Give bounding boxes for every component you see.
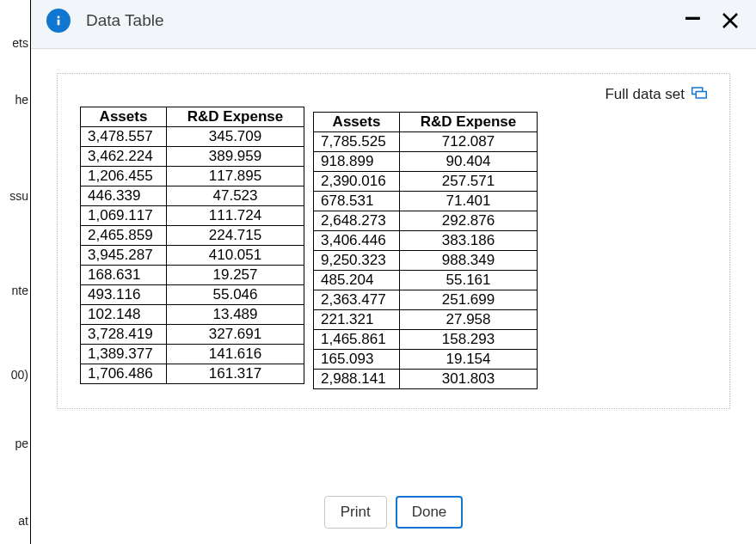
cell-assets: 221.321 xyxy=(314,310,400,330)
cell-rd-expense: 410.051 xyxy=(167,246,304,266)
table-row: 1,206.455117.895 xyxy=(81,167,304,186)
bg-fragment: at xyxy=(18,514,28,528)
cell-assets: 102.148 xyxy=(81,305,167,325)
cell-rd-expense: 111.724 xyxy=(167,206,304,226)
table-row: 102.14813.489 xyxy=(81,305,304,325)
table-row: 2,390.016257.571 xyxy=(314,172,538,192)
dialog-content: Full data set Assets R&D Expense xyxy=(31,49,756,491)
cell-assets: 1,706.486 xyxy=(81,364,167,384)
cell-rd-expense: 71.401 xyxy=(400,192,538,211)
cell-assets: 2,465.859 xyxy=(81,226,167,246)
cell-assets: 165.093 xyxy=(314,350,400,370)
cell-rd-expense: 389.959 xyxy=(167,147,304,167)
bg-fragment: nte xyxy=(12,284,28,297)
header-assets: Assets xyxy=(314,113,400,132)
table-row: 3,728.419327.691 xyxy=(81,325,304,345)
table-row: 2,988.141301.803 xyxy=(314,370,538,389)
table-row: 1,069.117111.724 xyxy=(81,206,304,226)
table-row: 168.63119.257 xyxy=(81,266,304,285)
table-row: 2,363.477251.699 xyxy=(314,290,538,310)
cell-rd-expense: 55.161 xyxy=(400,271,538,290)
table-row: 221.32127.958 xyxy=(314,310,538,330)
cell-assets: 3,945.287 xyxy=(81,246,167,266)
data-table-dialog: Data Table – Full data set xyxy=(30,0,756,544)
cell-rd-expense: 19.257 xyxy=(167,266,304,285)
table-row: 1,389.377141.616 xyxy=(81,345,304,364)
cell-assets: 7,785.525 xyxy=(314,132,400,152)
cell-assets: 1,206.455 xyxy=(81,167,167,186)
cell-assets: 2,988.141 xyxy=(314,370,400,389)
cell-assets: 1,389.377 xyxy=(81,345,167,364)
bg-fragment: ets xyxy=(12,36,28,50)
cell-rd-expense: 292.876 xyxy=(400,211,538,231)
cell-rd-expense: 117.895 xyxy=(167,167,304,186)
table-row: 485.20455.161 xyxy=(314,271,538,290)
done-button[interactable]: Done xyxy=(396,496,464,529)
cell-assets: 2,648.273 xyxy=(314,211,400,231)
header-rd-expense: R&D Expense xyxy=(167,107,304,127)
cell-rd-expense: 257.571 xyxy=(400,172,538,192)
cell-rd-expense: 158.293 xyxy=(400,330,538,350)
table-header-row: Assets R&D Expense xyxy=(81,107,304,127)
data-table-left: Assets R&D Expense 3,478.557345.7093,462… xyxy=(80,107,304,384)
print-button[interactable]: Print xyxy=(324,496,387,529)
table-row: 1,706.486161.317 xyxy=(81,364,304,384)
table-row: 3,478.557345.709 xyxy=(81,127,304,147)
cell-assets: 493.116 xyxy=(81,285,167,305)
cell-assets: 2,390.016 xyxy=(314,172,400,192)
cell-assets: 3,462.224 xyxy=(81,147,167,167)
table-row: 678.53171.401 xyxy=(314,192,538,211)
table-row: 7,785.525712.087 xyxy=(314,132,538,152)
cell-assets: 1,069.117 xyxy=(81,206,167,226)
cell-rd-expense: 251.699 xyxy=(400,290,538,310)
cell-assets: 2,363.477 xyxy=(314,290,400,310)
cell-rd-expense: 47.523 xyxy=(167,186,304,206)
cell-rd-expense: 383.186 xyxy=(400,231,538,251)
dialog-footer: Print Done xyxy=(31,491,756,544)
bg-fragment: ssu xyxy=(9,189,28,203)
cell-assets: 1,465.861 xyxy=(314,330,400,350)
cell-rd-expense: 55.046 xyxy=(167,285,304,305)
cell-rd-expense: 224.715 xyxy=(167,226,304,246)
cell-assets: 9,250.323 xyxy=(314,251,400,271)
full-data-set-label: Full data set xyxy=(605,86,685,103)
cell-assets: 3,406.446 xyxy=(314,231,400,251)
background-text-fragments: ets he ssu nte 00) pe at xyxy=(0,0,30,544)
dialog-title: Data Table xyxy=(86,11,685,30)
table-row: 2,465.859224.715 xyxy=(81,226,304,246)
cell-rd-expense: 161.317 xyxy=(167,364,304,384)
table-row: 3,406.446383.186 xyxy=(314,231,538,251)
table-row: 9,250.323988.349 xyxy=(314,251,538,271)
table-row: 3,462.224389.959 xyxy=(81,147,304,167)
cell-rd-expense: 345.709 xyxy=(167,127,304,147)
header-assets: Assets xyxy=(81,107,167,127)
svg-rect-1 xyxy=(58,20,60,26)
table-header-row: Assets R&D Expense xyxy=(314,113,538,132)
table-row: 1,465.861158.293 xyxy=(314,330,538,350)
table-row: 493.11655.046 xyxy=(81,285,304,305)
cell-rd-expense: 301.803 xyxy=(400,370,538,389)
bg-fragment: he xyxy=(15,93,28,107)
cell-rd-expense: 327.691 xyxy=(167,325,304,345)
table-row: 2,648.273292.876 xyxy=(314,211,538,231)
cell-assets: 485.204 xyxy=(314,271,400,290)
cell-rd-expense: 90.404 xyxy=(400,152,538,172)
svg-rect-5 xyxy=(696,92,706,99)
cell-assets: 678.531 xyxy=(314,192,400,211)
cell-rd-expense: 141.616 xyxy=(167,345,304,364)
bg-fragment: 00) xyxy=(11,368,28,382)
table-row: 446.33947.523 xyxy=(81,186,304,206)
cell-rd-expense: 712.087 xyxy=(400,132,538,152)
cell-rd-expense: 13.489 xyxy=(167,305,304,325)
info-icon xyxy=(46,9,71,33)
cell-assets: 168.631 xyxy=(81,266,167,285)
cell-rd-expense: 27.958 xyxy=(400,310,538,330)
cell-assets: 3,478.557 xyxy=(81,127,167,147)
close-button[interactable] xyxy=(720,10,741,31)
titlebar-actions: – xyxy=(685,10,741,31)
cell-assets: 446.339 xyxy=(81,186,167,206)
copy-icon[interactable] xyxy=(691,86,707,103)
data-table-right: Assets R&D Expense 7,785.525712.087918.8… xyxy=(313,112,538,389)
cell-assets: 3,728.419 xyxy=(81,325,167,345)
dialog-titlebar: Data Table – xyxy=(31,0,756,49)
